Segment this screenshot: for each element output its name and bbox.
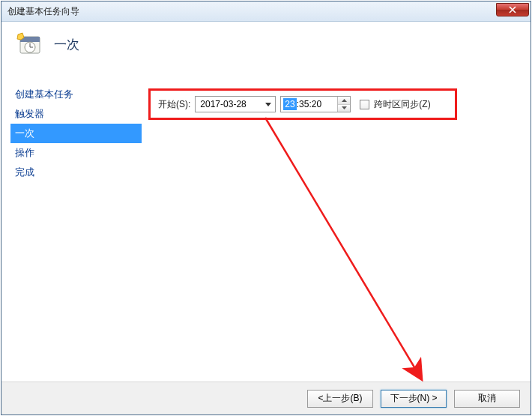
- wizard-icon: [15, 31, 42, 58]
- time-hour-selected: 23: [283, 98, 296, 110]
- spinner-up-button[interactable]: [338, 97, 350, 105]
- window-title: 创建基本任务向导: [7, 5, 79, 18]
- sidebar-item-once[interactable]: 一次: [10, 124, 142, 143]
- spinner-down-button[interactable]: [338, 105, 350, 112]
- sidebar-item-create-task[interactable]: 创建基本任务: [10, 85, 142, 104]
- wizard-footer: <上一步(B) 下一步(N) > 取消: [1, 382, 531, 415]
- sidebar-item-action[interactable]: 操作: [10, 143, 142, 163]
- highlight-box: 开始(S): 2017-03-28 23:35:20: [148, 88, 457, 120]
- date-dropdown-button[interactable]: [262, 97, 275, 112]
- time-rest: :35:20: [297, 99, 321, 109]
- date-picker[interactable]: 2017-03-28: [195, 96, 276, 112]
- time-spinner: [337, 97, 350, 112]
- close-button[interactable]: [496, 3, 529, 16]
- next-button[interactable]: 下一步(N) >: [381, 390, 447, 408]
- chevron-down-icon: [265, 103, 271, 106]
- time-picker[interactable]: 23:35:20: [280, 96, 351, 112]
- wizard-sidebar: 创建基本任务 触发器 一次 操作 完成: [10, 85, 142, 182]
- close-icon: [509, 6, 516, 13]
- date-value: 2017-03-28: [196, 99, 262, 109]
- cancel-button[interactable]: 取消: [454, 390, 520, 408]
- content-area: 开始(S): 2017-03-28 23:35:20: [148, 88, 516, 120]
- start-label: 开始(S):: [158, 98, 190, 111]
- tz-sync-checkbox[interactable]: [360, 100, 369, 109]
- tz-sync-label: 跨时区同步(Z): [374, 98, 430, 111]
- titlebar: 创建基本任务向导: [1, 1, 531, 22]
- wizard-header: 一次: [1, 22, 531, 67]
- chevron-down-icon: [342, 106, 347, 109]
- chevron-up-icon: [342, 99, 347, 102]
- back-button[interactable]: <上一步(B): [307, 390, 373, 408]
- sidebar-item-finish[interactable]: 完成: [10, 163, 142, 182]
- sidebar-item-trigger[interactable]: 触发器: [10, 104, 142, 124]
- page-title: 一次: [54, 36, 79, 53]
